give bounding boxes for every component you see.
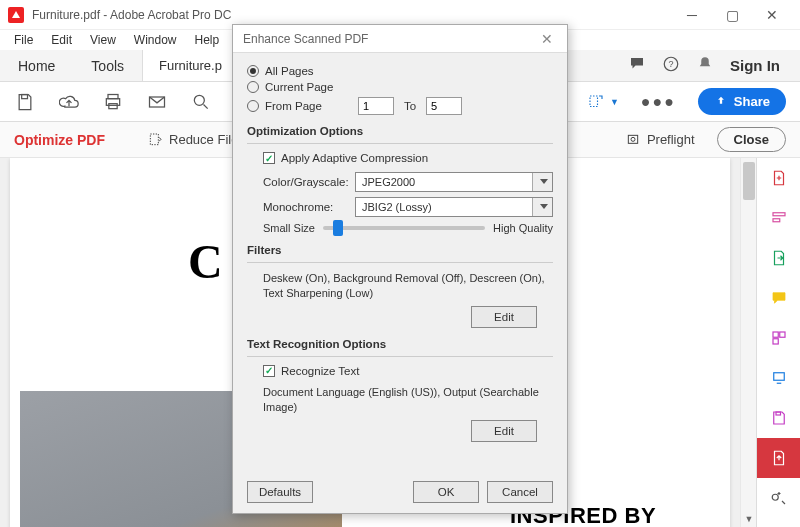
- minimize-button[interactable]: ─: [672, 1, 712, 29]
- color-grayscale-select[interactable]: JPEG2000: [355, 172, 553, 192]
- radio-icon: [247, 81, 259, 93]
- share-button[interactable]: Share: [698, 88, 786, 115]
- close-tool-button[interactable]: Close: [717, 127, 786, 152]
- help-icon[interactable]: ?: [662, 55, 680, 77]
- save-web-icon[interactable]: [757, 398, 800, 438]
- print-icon[interactable]: [102, 91, 124, 113]
- svg-rect-3: [108, 94, 118, 98]
- svg-rect-14: [773, 219, 780, 222]
- heading-letter: C: [188, 234, 223, 289]
- dialog-title: Enhance Scanned PDF: [243, 32, 368, 46]
- edit-pdf-icon[interactable]: [757, 198, 800, 238]
- svg-rect-15: [773, 332, 778, 337]
- svg-point-7: [194, 95, 204, 105]
- tool-dropdown-icon[interactable]: ▼: [585, 93, 619, 111]
- share-label: Share: [734, 94, 770, 109]
- optimize-icon[interactable]: [757, 438, 800, 478]
- from-page-field[interactable]: [358, 97, 394, 115]
- tab-tools[interactable]: Tools: [73, 50, 142, 81]
- save-icon[interactable]: [14, 91, 36, 113]
- menu-file[interactable]: File: [6, 32, 41, 48]
- checkbox-icon: ✓: [263, 365, 275, 377]
- checkbox-icon: ✓: [263, 152, 275, 164]
- secondary-title: Optimize PDF: [14, 132, 105, 148]
- mail-icon[interactable]: [146, 91, 168, 113]
- radio-all-pages[interactable]: All Pages: [247, 65, 553, 77]
- menu-window[interactable]: Window: [126, 32, 185, 48]
- to-page-field[interactable]: [426, 97, 462, 115]
- right-tool-panel: [756, 158, 800, 527]
- group-text-recognition: Text Recognition Options: [247, 338, 553, 350]
- close-window-button[interactable]: ✕: [752, 1, 792, 29]
- svg-rect-5: [109, 103, 117, 108]
- scrollbar-thumb[interactable]: [743, 162, 755, 200]
- group-filters: Filters: [247, 244, 553, 256]
- filters-edit-button[interactable]: Edit: [471, 306, 537, 328]
- checkbox-adaptive[interactable]: ✓ Apply Adaptive Compression: [263, 152, 553, 164]
- menu-view[interactable]: View: [82, 32, 124, 48]
- checkbox-recognize-text[interactable]: ✓ Recognize Text: [263, 365, 553, 377]
- group-optimization: Optimization Options: [247, 125, 553, 137]
- organize-icon[interactable]: [757, 318, 800, 358]
- monochrome-label: Monochrome:: [263, 201, 349, 213]
- radio-icon: [247, 100, 259, 112]
- filters-summary: Deskew (On), Background Removal (Off), D…: [263, 271, 553, 302]
- app-icon: [8, 7, 24, 23]
- reduce-file-button[interactable]: Reduce File: [147, 132, 238, 148]
- sign-in-button[interactable]: Sign In: [730, 57, 780, 74]
- svg-rect-10: [150, 134, 158, 145]
- cloud-upload-icon[interactable]: [58, 91, 80, 113]
- svg-point-12: [631, 137, 635, 141]
- monochrome-select[interactable]: JBIG2 (Lossy): [355, 197, 553, 217]
- svg-rect-13: [773, 213, 785, 216]
- enhance-scanned-dialog: Enhance Scanned PDF ✕ All Pages Current …: [232, 24, 568, 514]
- create-pdf-icon[interactable]: [757, 158, 800, 198]
- cancel-button[interactable]: Cancel: [487, 481, 553, 503]
- dialog-titlebar[interactable]: Enhance Scanned PDF ✕: [233, 25, 567, 53]
- svg-point-20: [772, 494, 778, 500]
- svg-text:?: ?: [668, 59, 673, 69]
- svg-rect-18: [774, 373, 785, 381]
- search-icon[interactable]: [190, 91, 212, 113]
- tab-document[interactable]: Furniture.p: [142, 50, 239, 81]
- svg-rect-2: [22, 94, 28, 98]
- vertical-scrollbar[interactable]: ▲ ▼: [740, 158, 756, 527]
- dialog-close-icon[interactable]: ✕: [537, 31, 557, 47]
- more-tools-icon[interactable]: [757, 478, 800, 518]
- export-pdf-icon[interactable]: [757, 238, 800, 278]
- slider-handle[interactable]: [333, 220, 343, 236]
- text-recognition-summary: Document Language (English (US)), Output…: [263, 385, 553, 416]
- high-quality-label: High Quality: [493, 222, 553, 234]
- color-grayscale-label: Color/Grayscale:: [263, 176, 349, 188]
- text-recognition-edit-button[interactable]: Edit: [471, 420, 537, 442]
- scroll-down-icon[interactable]: ▼: [741, 511, 757, 527]
- small-size-label: Small Size: [263, 222, 315, 234]
- speech-bubble-icon[interactable]: [628, 55, 646, 77]
- svg-rect-11: [628, 135, 637, 143]
- radio-icon: [247, 65, 259, 77]
- radio-from-page[interactable]: From Page To: [247, 97, 553, 115]
- svg-rect-16: [780, 332, 785, 337]
- svg-rect-19: [776, 412, 781, 415]
- more-icon[interactable]: ●●●: [641, 93, 676, 111]
- menu-edit[interactable]: Edit: [43, 32, 80, 48]
- radio-current-page[interactable]: Current Page: [247, 81, 553, 93]
- to-label: To: [404, 100, 416, 112]
- quality-slider[interactable]: [323, 226, 485, 230]
- ok-button[interactable]: OK: [413, 481, 479, 503]
- preflight-button[interactable]: Preflight: [625, 132, 695, 148]
- maximize-button[interactable]: ▢: [712, 1, 752, 29]
- menu-help[interactable]: Help: [187, 32, 228, 48]
- defaults-button[interactable]: Defaults: [247, 481, 313, 503]
- comment-icon[interactable]: [757, 278, 800, 318]
- tab-home[interactable]: Home: [0, 50, 73, 81]
- bell-icon[interactable]: [696, 55, 714, 77]
- svg-rect-9: [590, 96, 598, 107]
- window-title: Furniture.pdf - Adobe Acrobat Pro DC: [32, 8, 672, 22]
- scan-dropdown-icon[interactable]: [757, 358, 800, 398]
- svg-rect-17: [773, 339, 778, 344]
